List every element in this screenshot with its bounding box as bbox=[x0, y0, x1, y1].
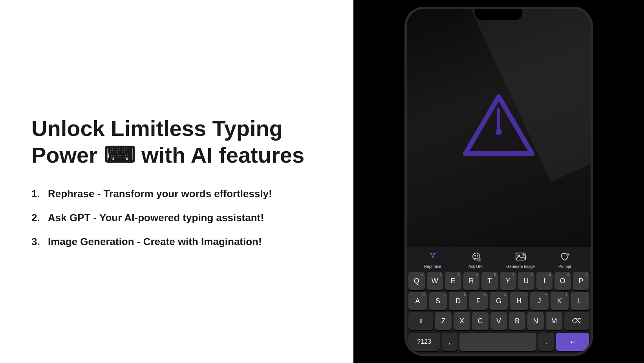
toolbar-label-generate-image: Generate Image bbox=[507, 264, 535, 269]
key-q[interactable]: Q1 bbox=[408, 272, 425, 290]
toolbar-label-rephrase: Rephrase bbox=[424, 264, 441, 269]
key-w[interactable]: W2 bbox=[427, 272, 443, 290]
key-s[interactable]: S# bbox=[429, 292, 447, 310]
phone-frame: Rephrase ✦ Ask GPT bbox=[404, 7, 593, 356]
key-b[interactable]: B bbox=[509, 312, 525, 330]
key-comma-label: , bbox=[448, 338, 450, 346]
key-space[interactable] bbox=[459, 333, 536, 351]
toolbar-label-ask-gpt: Ask GPT bbox=[468, 264, 484, 269]
key-x[interactable]: X bbox=[454, 312, 470, 330]
key-numbers[interactable]: ?123 bbox=[408, 333, 440, 351]
key-comma[interactable]: , bbox=[442, 333, 457, 351]
left-panel: Unlock Limitless Typing Power ⌨ with AI … bbox=[0, 0, 353, 363]
list-item: 1. Rephrase - Transform your words effor… bbox=[31, 188, 322, 200]
key-i[interactable]: I8 bbox=[536, 272, 553, 290]
key-e[interactable]: E3 bbox=[445, 272, 461, 290]
key-o[interactable]: O9 bbox=[554, 272, 571, 290]
key-return[interactable]: ↵ bbox=[556, 333, 589, 351]
ask-gpt-icon: ✦ bbox=[470, 250, 483, 264]
key-r[interactable]: R4 bbox=[463, 272, 480, 290]
toolbar-item-prompt[interactable]: ↩ Prompt bbox=[551, 250, 578, 269]
key-shift[interactable]: ⇧ bbox=[408, 312, 433, 330]
key-d[interactable]: D$ bbox=[449, 292, 467, 310]
feature-number-1: 1. bbox=[31, 188, 43, 200]
svg-point-4 bbox=[474, 255, 476, 257]
key-y[interactable]: Y6 bbox=[500, 272, 516, 290]
key-row-2: A@ S# D$ F% G& H* J+ K( L) bbox=[408, 292, 589, 310]
bottom-row: ?123 , . ↵ bbox=[407, 333, 591, 354]
key-m[interactable]: M bbox=[546, 312, 562, 330]
svg-point-2 bbox=[432, 255, 434, 258]
key-return-icon: ↵ bbox=[570, 338, 575, 346]
svg-point-5 bbox=[477, 255, 478, 257]
svg-text:✦: ✦ bbox=[523, 253, 525, 256]
key-a[interactable]: A@ bbox=[408, 292, 427, 310]
key-g[interactable]: G& bbox=[490, 292, 508, 310]
generate-image-icon: ✦ bbox=[514, 250, 527, 264]
key-numbers-label: ?123 bbox=[417, 338, 431, 345]
feature-number-3: 3. bbox=[31, 236, 43, 248]
prompt-icon: ↩ bbox=[558, 250, 571, 264]
feature-list: 1. Rephrase - Transform your words effor… bbox=[31, 188, 322, 248]
key-t[interactable]: T5 bbox=[481, 272, 498, 290]
key-h[interactable]: H* bbox=[510, 292, 528, 310]
svg-text:✦: ✦ bbox=[478, 258, 480, 261]
key-z[interactable]: Z bbox=[435, 312, 452, 330]
right-panel: Rephrase ✦ Ask GPT bbox=[353, 0, 644, 363]
key-row-1: Q1 W2 E3 R4 T5 Y6 U7 I8 O9 P0 bbox=[408, 272, 589, 290]
key-f[interactable]: F% bbox=[469, 292, 488, 310]
feature-text-2: Ask GPT - Your AI-powered typing assista… bbox=[48, 212, 264, 224]
ai-logo bbox=[459, 89, 538, 167]
key-period-label: . bbox=[545, 338, 547, 346]
key-c[interactable]: C bbox=[472, 312, 488, 330]
ai-toolbar: Rephrase ✦ Ask GPT bbox=[407, 247, 591, 270]
keyboard-area: Rephrase ✦ Ask GPT bbox=[407, 247, 591, 354]
main-heading: Unlock Limitless Typing Power ⌨ with AI … bbox=[31, 115, 322, 168]
phone-notch bbox=[475, 9, 522, 20]
feature-number-2: 2. bbox=[31, 212, 43, 224]
toolbar-label-prompt: Prompt bbox=[558, 264, 571, 269]
list-item: 2. Ask GPT - Your AI-powered typing assi… bbox=[31, 212, 322, 224]
rephrase-icon bbox=[426, 250, 439, 264]
toolbar-item-ask-gpt[interactable]: ✦ Ask GPT bbox=[463, 250, 490, 269]
phone-screen-top bbox=[407, 9, 591, 247]
feature-text-1: Rephrase - Transform your words effortle… bbox=[48, 188, 272, 200]
svg-text:↩: ↩ bbox=[567, 253, 569, 256]
key-backspace[interactable]: ⌫ bbox=[564, 312, 589, 330]
list-item: 3. Image Generation - Create with Imagin… bbox=[31, 236, 322, 248]
key-period[interactable]: . bbox=[538, 333, 554, 351]
toolbar-item-rephrase[interactable]: Rephrase bbox=[419, 250, 446, 269]
key-u[interactable]: U7 bbox=[518, 272, 534, 290]
keyboard-rows: Q1 W2 E3 R4 T5 Y6 U7 I8 O9 P0 A@ S# D$ F… bbox=[407, 270, 591, 333]
key-k[interactable]: K( bbox=[551, 292, 569, 310]
key-n[interactable]: N bbox=[527, 312, 544, 330]
key-l[interactable]: L) bbox=[571, 292, 589, 310]
toolbar-item-generate-image[interactable]: ✦ Generate Image bbox=[507, 250, 535, 269]
key-v[interactable]: V bbox=[490, 312, 507, 330]
key-p[interactable]: P0 bbox=[573, 272, 589, 290]
key-row-3: ⇧ Z X C V B N M ⌫ bbox=[408, 312, 589, 330]
key-j[interactable]: J+ bbox=[530, 292, 549, 310]
feature-text-3: Image Generation - Create with Imaginati… bbox=[48, 236, 262, 248]
